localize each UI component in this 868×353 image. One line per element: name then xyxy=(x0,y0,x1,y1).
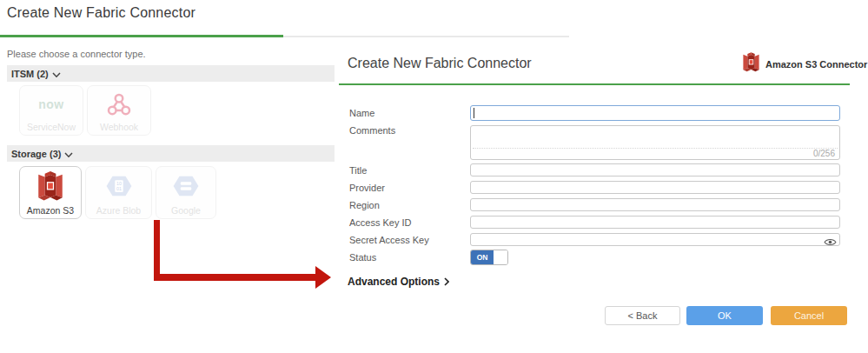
connector-type-hint: Please choose a connector type. xyxy=(7,49,146,59)
azure-blob-icon: 10 01 xyxy=(86,167,151,205)
connector-badge: Amazon S3 Connector xyxy=(742,51,867,77)
status-toggle-knob xyxy=(494,250,507,264)
connector-badge-label: Amazon S3 Connector xyxy=(765,59,867,70)
status-toggle-on-label: ON xyxy=(471,250,494,264)
tile-azure-blob[interactable]: 10 01 Azure Blob xyxy=(85,166,152,219)
page-title: Create New Fabric Connector xyxy=(7,5,195,21)
tile-label: Amazon S3 xyxy=(27,205,74,216)
title-field[interactable] xyxy=(470,163,840,176)
provider-field[interactable] xyxy=(470,181,840,194)
back-button[interactable]: < Back xyxy=(605,306,680,325)
comments-label: Comments xyxy=(349,125,395,136)
comments-counter: 0/256 xyxy=(473,148,838,158)
tile-label: Azure Blob xyxy=(96,205,141,216)
tile-label: Google xyxy=(171,205,201,216)
tile-webhook[interactable]: Webhook xyxy=(87,85,151,136)
show-password-eye-icon[interactable] xyxy=(824,235,837,250)
section-label-storage: Storage (3) xyxy=(11,149,61,159)
amazon-s3-icon xyxy=(742,51,760,77)
servicenow-icon: now xyxy=(20,86,83,122)
chevron-down-icon xyxy=(52,66,61,82)
chevron-right-icon xyxy=(444,274,449,290)
section-header-itsm[interactable]: ITSM (2) xyxy=(7,65,335,82)
step-indicator-active xyxy=(0,35,283,37)
comments-field[interactable] xyxy=(471,126,839,149)
secret-access-key-label: Secret Access Key xyxy=(349,235,429,245)
annotation-arrow-head xyxy=(315,266,331,289)
name-field[interactable] xyxy=(470,105,840,121)
tile-label: ServiceNow xyxy=(27,122,76,133)
tile-google[interactable]: Google xyxy=(156,166,216,219)
form-panel-title: Create New Fabric Connector xyxy=(348,56,532,71)
provider-label: Provider xyxy=(349,183,385,193)
chevron-down-icon xyxy=(64,146,73,162)
webhook-icon xyxy=(88,86,150,122)
step-indicator-inactive xyxy=(283,36,569,37)
google-cloud-storage-icon xyxy=(156,167,215,205)
svg-text:01: 01 xyxy=(116,186,122,191)
secret-access-key-field[interactable] xyxy=(470,233,840,246)
annotation-arrow-vertical xyxy=(154,220,160,277)
advanced-options-label: Advanced Options xyxy=(348,276,440,288)
tile-label: Webhook xyxy=(100,122,138,133)
region-label: Region xyxy=(349,200,380,210)
ok-button[interactable]: OK xyxy=(686,306,763,325)
title-label: Title xyxy=(349,165,367,176)
status-toggle[interactable]: ON xyxy=(470,250,508,265)
tile-servicenow[interactable]: now ServiceNow xyxy=(19,85,83,136)
cancel-button[interactable]: Cancel xyxy=(771,306,847,325)
text-cursor xyxy=(474,108,474,118)
status-label: Status xyxy=(349,252,376,263)
name-label: Name xyxy=(349,108,374,118)
section-header-storage[interactable]: Storage (3) xyxy=(7,145,335,162)
annotation-arrow-horizontal xyxy=(154,274,316,281)
access-key-id-field[interactable] xyxy=(470,216,840,229)
access-key-id-label: Access Key ID xyxy=(349,217,412,228)
comments-field-box: 0/256 xyxy=(470,125,840,160)
region-field[interactable] xyxy=(470,198,840,211)
advanced-options-link[interactable]: Advanced Options xyxy=(348,274,449,290)
form-panel-underline xyxy=(339,83,850,85)
tile-amazon-s3[interactable]: Amazon S3 xyxy=(19,166,82,219)
amazon-s3-icon xyxy=(20,167,81,205)
section-label-itsm: ITSM (2) xyxy=(11,69,49,79)
create-fabric-connector-page: Create New Fabric Connector Please choos… xyxy=(0,0,868,353)
